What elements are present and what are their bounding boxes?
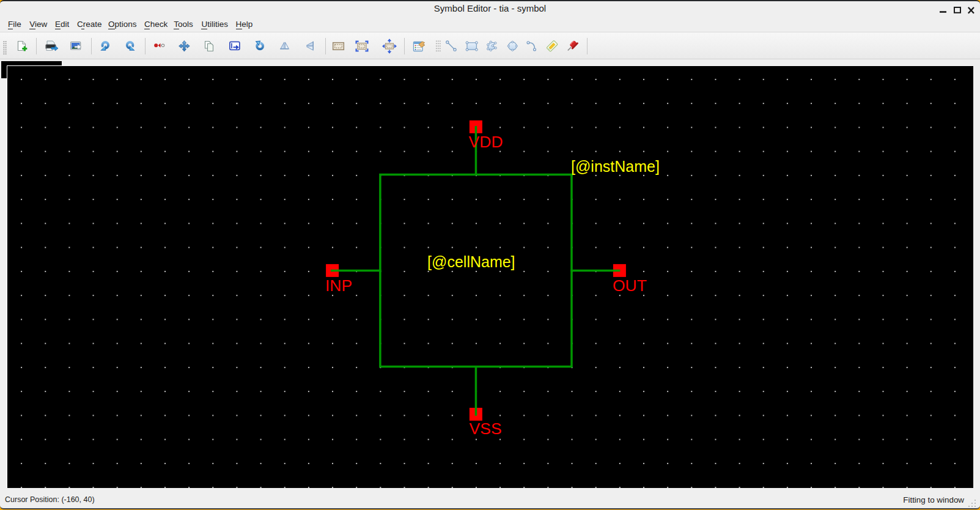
svg-text:OUT: OUT: [613, 276, 647, 295]
svg-text:VSS: VSS: [470, 419, 502, 438]
svg-text:[@instName]: [@instName]: [571, 158, 660, 175]
svg-text:VDD: VDD: [469, 133, 503, 151]
svg-text:INP: INP: [325, 276, 352, 295]
svg-text:[@cellName]: [@cellName]: [427, 253, 515, 270]
